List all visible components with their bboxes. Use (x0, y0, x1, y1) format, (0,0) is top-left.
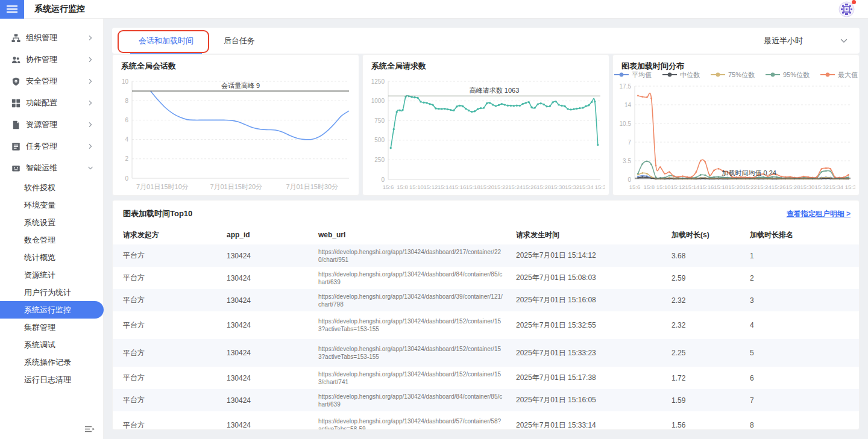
sidebar-subitem-用户行为统计[interactable]: 用户行为统计 (0, 284, 103, 301)
sidebar-menu: 组织管理协作管理安全管理功能配置资源管理任务管理智能运维软件授权环境变量系统设置… (0, 19, 103, 388)
sidebar-item-智能运维[interactable]: 智能运维 (0, 157, 103, 179)
tab-后台任务[interactable]: 后台任务 (215, 28, 263, 54)
sidebar-item-任务管理[interactable]: 任务管理 (0, 135, 103, 157)
legend-item-最大值[interactable]: 最大值 (820, 70, 858, 79)
table-header: 请求发起方app_idweb_url请求发生时间加载时长(s)加载时长排名 (113, 225, 859, 244)
sidebar-subitem-环境变量[interactable]: 环境变量 (0, 196, 103, 214)
legend-marker-icon (614, 72, 629, 78)
cell-duration: 2.32 (671, 296, 750, 305)
legend-item-95%位数[interactable]: 95%位数 (766, 70, 810, 79)
cell-requester: 平台方 (123, 320, 227, 331)
column-header-app_id: app_id (227, 231, 318, 239)
sidebar-collapse-button[interactable] (84, 425, 96, 434)
svg-text:15:32: 15:32 (565, 184, 579, 190)
cell-web-url: https://develop.hengshi.org/app/130424/d… (318, 417, 516, 430)
svg-text:15:3: 15:3 (845, 184, 855, 190)
chevron-down-icon (840, 39, 848, 43)
cell-web-url: https://develop.hengshi.org/app/130424/d… (318, 370, 516, 386)
sidebar-subitem-资源统计[interactable]: 资源统计 (0, 266, 103, 284)
cell-duration: 1.56 (671, 421, 750, 429)
hamburger-menu-button[interactable] (0, 0, 24, 19)
cell-request-time: 2025年7月01日 15:16:08 (516, 295, 671, 305)
svg-text:会话量高峰 9: 会话量高峰 9 (221, 82, 260, 89)
column-header-加载时长(s): 加载时长(s) (671, 230, 750, 240)
table-row: 平台方130424https://develop.hengshi.org/app… (113, 267, 859, 289)
svg-text:10.5: 10.5 (620, 120, 632, 127)
svg-text:加载时间均值 0.24: 加载时间均值 0.24 (722, 169, 776, 176)
cell-request-time: 2025年7月01日 15:17:38 (516, 373, 671, 383)
cell-request-time: 2025年7月01日 15:32:55 (516, 320, 671, 331)
svg-text:750: 750 (374, 117, 385, 124)
svg-text:1250: 1250 (371, 78, 385, 85)
sidebar-subitem-数仓管理[interactable]: 数仓管理 (0, 231, 103, 249)
collapse-sidebar-icon (84, 425, 95, 434)
cell-app-id: 130424 (227, 349, 318, 357)
svg-text:15:26: 15:26 (772, 184, 786, 190)
chevron-down-icon (87, 165, 93, 171)
table-row: 平台方130424https://develop.hengshi.org/app… (113, 311, 859, 339)
table-row: 平台方130424https://develop.hengshi.org/app… (113, 367, 859, 389)
sidebar-subitem-软件授权[interactable]: 软件授权 (0, 179, 103, 196)
user-avatar[interactable] (838, 1, 855, 17)
tenant-detail-link[interactable]: 查看指定租户明细 > (787, 209, 851, 219)
sidebar-subitem-统计概览[interactable]: 统计概览 (0, 249, 103, 266)
svg-text:7月01日15时10分: 7月01日15时10分 (136, 183, 189, 190)
cell-app-id: 130424 (227, 396, 318, 405)
column-header-请求发生时间: 请求发生时间 (516, 230, 671, 240)
sidebar-item-组织管理[interactable]: 组织管理 (0, 27, 103, 49)
cell-app-id: 130424 (227, 252, 318, 260)
cell-requester: 平台方 (123, 295, 227, 305)
svg-text:500: 500 (374, 137, 385, 143)
sidebar-item-安全管理[interactable]: 安全管理 (0, 70, 103, 92)
svg-text:15:12: 15:12 (671, 184, 685, 190)
sidebar-item-协作管理[interactable]: 协作管理 (0, 49, 103, 70)
table-row: 平台方130424https://develop.hengshi.org/app… (113, 339, 859, 367)
cell-duration: 2.59 (671, 274, 750, 282)
svg-text:15:6: 15:6 (629, 184, 641, 190)
charts-row: 系统全局会话数 02468107月01日15时10分7月01日15时20分7月0… (112, 54, 860, 196)
sidebar-item-label: 智能运维 (26, 163, 87, 173)
cell-requester: 平台方 (123, 251, 227, 261)
svg-text:15:3: 15:3 (595, 184, 605, 190)
svg-text:15:28: 15:28 (786, 184, 800, 190)
svg-text:15:10: 15:10 (409, 184, 424, 190)
features-icon (11, 99, 20, 108)
time-range-value: 最近半小时 (764, 36, 803, 46)
cell-web-url: https://develop.hengshi.org/app/130424/d… (318, 270, 516, 286)
cell-rank: 8 (750, 421, 859, 429)
chart-title: 系统全局请求数 (371, 61, 426, 72)
tab-会话和加载时间[interactable]: 会话和加载时间 (130, 28, 202, 54)
svg-text:15:14: 15:14 (438, 184, 452, 190)
cell-rank: 3 (750, 296, 859, 305)
resources-icon (11, 120, 20, 129)
svg-text:15:6: 15:6 (383, 184, 394, 190)
sidebar-subitem-系统运行监控[interactable]: 系统运行监控 (0, 301, 104, 319)
sidebar-item-label: 协作管理 (26, 54, 87, 65)
legend-item-中位数[interactable]: 中位数 (662, 70, 700, 79)
svg-text:15:20: 15:20 (480, 184, 494, 190)
chevron-right-icon (87, 100, 93, 106)
sidebar-subitem-运行日志清理[interactable]: 运行日志清理 (0, 371, 103, 388)
legend-item-75%位数[interactable]: 75%位数 (711, 70, 755, 79)
legend-item-平均值[interactable]: 平均值 (614, 70, 652, 79)
svg-text:15:18: 15:18 (714, 184, 728, 190)
sidebar-item-功能配置[interactable]: 功能配置 (0, 92, 103, 114)
svg-text:15:14: 15:14 (685, 184, 700, 190)
svg-text:0: 0 (627, 176, 631, 183)
cell-app-id: 130424 (227, 321, 318, 329)
legend-marker-icon (662, 72, 677, 78)
sidebar-item-label: 资源管理 (26, 119, 87, 130)
chevron-right-icon (87, 78, 93, 84)
sidebar-subitem-系统调试[interactable]: 系统调试 (0, 336, 103, 353)
sidebar-item-label: 功能配置 (26, 98, 87, 108)
svg-text:15:16: 15:16 (451, 184, 466, 190)
sidebar-subitem-系统操作记录[interactable]: 系统操作记录 (0, 353, 103, 371)
cell-rank: 7 (750, 396, 859, 405)
svg-text:4: 4 (125, 136, 128, 143)
sidebar-item-资源管理[interactable]: 资源管理 (0, 114, 103, 135)
svg-text:1000: 1000 (371, 98, 385, 104)
sidebar-subitem-系统设置[interactable]: 系统设置 (0, 214, 103, 231)
time-range-select[interactable]: 最近半小时 (760, 28, 851, 54)
sidebar-subitem-集群管理[interactable]: 集群管理 (0, 319, 103, 336)
svg-text:15:8: 15:8 (397, 184, 408, 190)
